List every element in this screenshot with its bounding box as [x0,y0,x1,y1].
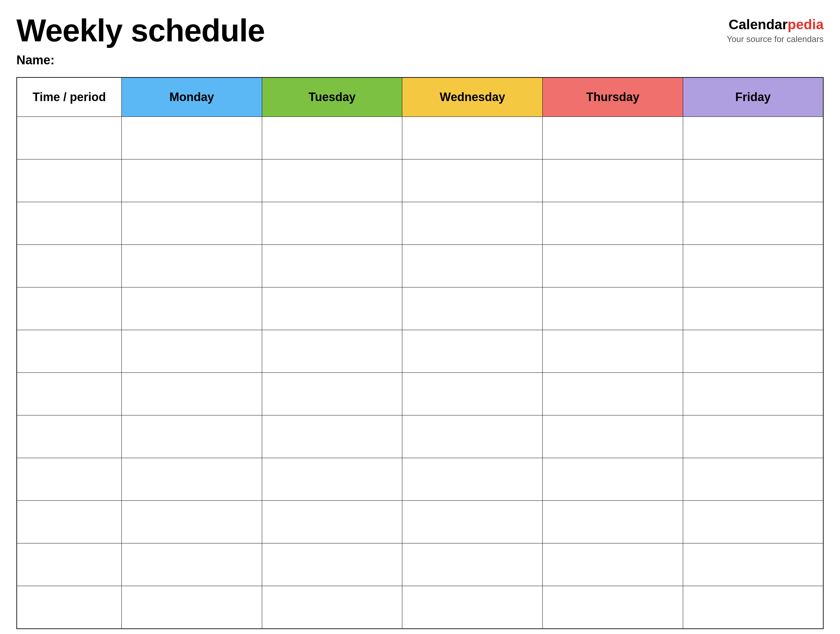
header-section: Weekly schedule Name: Calendarpedia Your… [16,13,824,67]
table-row[interactable] [17,160,823,202]
schedule-cell[interactable] [402,288,543,330]
logo-calendar: Calendar [729,17,788,32]
schedule-cell[interactable] [122,202,262,245]
table-row[interactable] [17,117,823,160]
schedule-cell[interactable] [543,117,683,160]
schedule-cell[interactable] [402,586,543,629]
logo-text: Calendarpedia [727,16,824,33]
schedule-cell[interactable] [402,202,543,245]
schedule-table: Time / period Monday Tuesday Wednesday T… [16,77,824,629]
schedule-cell[interactable] [262,117,402,160]
time-cell[interactable] [17,501,122,544]
schedule-cell[interactable] [262,330,402,373]
schedule-cell[interactable] [402,117,543,160]
schedule-cell[interactable] [122,458,262,501]
schedule-cell[interactable] [262,160,402,202]
schedule-cell[interactable] [402,245,543,288]
schedule-cell[interactable] [683,330,823,373]
col-header-monday: Monday [122,77,262,117]
schedule-cell[interactable] [122,117,262,160]
schedule-cell[interactable] [122,416,262,458]
schedule-cell[interactable] [262,501,402,544]
table-row[interactable] [17,458,823,501]
schedule-cell[interactable] [402,160,543,202]
table-row[interactable] [17,586,823,629]
schedule-cell[interactable] [683,202,823,245]
table-row[interactable] [17,416,823,458]
schedule-cell[interactable] [262,373,402,416]
schedule-cell[interactable] [122,160,262,202]
schedule-cell[interactable] [262,458,402,501]
schedule-cell[interactable] [543,330,683,373]
schedule-cell[interactable] [683,160,823,202]
table-row[interactable] [17,245,823,288]
table-row[interactable] [17,330,823,373]
time-cell[interactable] [17,288,122,330]
time-cell[interactable] [17,117,122,160]
schedule-cell[interactable] [122,373,262,416]
schedule-cell[interactable] [543,458,683,501]
schedule-cell[interactable] [683,416,823,458]
schedule-cell[interactable] [543,373,683,416]
time-cell[interactable] [17,330,122,373]
time-cell[interactable] [17,160,122,202]
col-header-wednesday: Wednesday [402,77,543,117]
col-header-tuesday: Tuesday [262,77,402,117]
table-row[interactable] [17,202,823,245]
time-cell[interactable] [17,416,122,458]
schedule-cell[interactable] [262,586,402,629]
schedule-cell[interactable] [402,544,543,586]
schedule-cell[interactable] [402,501,543,544]
logo-pedia: pedia [788,17,824,32]
schedule-cell[interactable] [683,501,823,544]
schedule-cell[interactable] [122,544,262,586]
schedule-cell[interactable] [543,202,683,245]
time-cell[interactable] [17,544,122,586]
time-cell[interactable] [17,245,122,288]
schedule-cell[interactable] [543,586,683,629]
schedule-cell[interactable] [683,288,823,330]
schedule-cell[interactable] [262,202,402,245]
schedule-cell[interactable] [402,458,543,501]
time-cell[interactable] [17,586,122,629]
header-row: Time / period Monday Tuesday Wednesday T… [17,77,823,117]
schedule-cell[interactable] [543,416,683,458]
table-row[interactable] [17,544,823,586]
time-cell[interactable] [17,202,122,245]
schedule-cell[interactable] [122,288,262,330]
logo-area: Calendarpedia Your source for calendars [727,13,824,44]
table-row[interactable] [17,288,823,330]
schedule-cell[interactable] [122,330,262,373]
schedule-cell[interactable] [683,373,823,416]
schedule-cell[interactable] [262,288,402,330]
schedule-cell[interactable] [402,416,543,458]
schedule-cell[interactable] [402,330,543,373]
col-header-friday: Friday [683,77,823,117]
schedule-cell[interactable] [683,458,823,501]
table-row[interactable] [17,501,823,544]
title-area: Weekly schedule Name: [16,13,727,67]
schedule-cell[interactable] [543,245,683,288]
schedule-cell[interactable] [122,501,262,544]
schedule-cell[interactable] [683,245,823,288]
schedule-cell[interactable] [262,416,402,458]
schedule-cell[interactable] [402,373,543,416]
schedule-cell[interactable] [543,501,683,544]
col-header-time: Time / period [17,77,122,117]
time-cell[interactable] [17,458,122,501]
schedule-cell[interactable] [262,245,402,288]
schedule-cell[interactable] [122,245,262,288]
time-cell[interactable] [17,373,122,416]
schedule-cell[interactable] [543,544,683,586]
schedule-cell[interactable] [543,288,683,330]
table-row[interactable] [17,373,823,416]
schedule-cell[interactable] [683,117,823,160]
logo-tagline: Your source for calendars [727,34,824,44]
schedule-cell[interactable] [122,586,262,629]
schedule-cell[interactable] [683,586,823,629]
page-title: Weekly schedule [16,13,727,48]
col-header-thursday: Thursday [543,77,683,117]
schedule-cell[interactable] [543,160,683,202]
schedule-cell[interactable] [683,544,823,586]
schedule-cell[interactable] [262,544,402,586]
